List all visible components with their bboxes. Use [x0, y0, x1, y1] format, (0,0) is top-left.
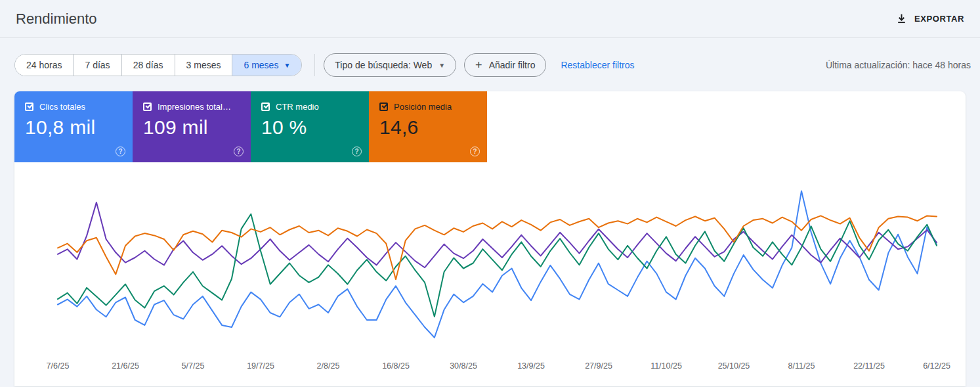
toolbar-divider — [314, 54, 315, 76]
page-title: Rendimiento — [16, 11, 97, 28]
chart-line-ctr-medio — [58, 214, 937, 317]
metric-value: 14,6 — [379, 116, 477, 139]
metric-card-position[interactable]: Posición media 14,6 ? — [369, 91, 487, 162]
performance-panel: Clics totales 10,8 mil ? Impresiones tot… — [14, 91, 966, 386]
metric-head: Impresiones total… — [143, 102, 240, 112]
x-axis-label: 21/6/25 — [112, 361, 139, 371]
performance-chart[interactable]: 7/6/2521/6/255/7/2519/7/252/8/2516/8/253… — [14, 162, 966, 382]
plus-icon: + — [475, 59, 482, 71]
x-axis-label: 19/7/25 — [247, 361, 274, 371]
metric-card-clicks[interactable]: Clics totales 10,8 mil ? — [14, 91, 133, 162]
chart-area: 7/6/2521/6/255/7/2519/7/252/8/2516/8/253… — [14, 162, 966, 382]
export-button[interactable]: EXPORTAR — [889, 8, 971, 30]
x-axis-label: 6/12/25 — [923, 361, 950, 371]
filter-toolbar: 24 horas 7 días 28 días 3 meses 6 meses … — [0, 38, 980, 91]
chevron-down-icon: ▼ — [438, 62, 445, 69]
checkbox-checked-icon[interactable] — [25, 102, 33, 111]
reset-filters-link[interactable]: Restablecer filtros — [561, 60, 634, 70]
range-label: 7 días — [85, 60, 110, 70]
metric-label: Clics totales — [39, 102, 85, 112]
x-axis-label: 16/8/25 — [382, 361, 410, 371]
x-axis-label: 5/7/25 — [182, 361, 205, 371]
range-24-horas[interactable]: 24 horas — [15, 55, 73, 76]
date-range-group: 24 horas 7 días 28 días 3 meses 6 meses … — [14, 54, 302, 76]
help-circle-icon[interactable]: ? — [234, 147, 244, 156]
page-header: Rendimiento EXPORTAR — [0, 0, 980, 38]
x-axis-label: 27/9/25 — [585, 361, 612, 371]
help-circle-icon[interactable]: ? — [470, 147, 480, 156]
checkbox-checked-icon[interactable] — [261, 102, 270, 111]
range-6-meses[interactable]: 6 meses ▼ — [232, 55, 301, 76]
metric-head: Clics totales — [25, 102, 122, 112]
metric-label: Impresiones total… — [158, 102, 231, 112]
metric-card-impressions[interactable]: Impresiones total… 109 mil ? — [133, 91, 251, 162]
x-axis-label: 8/11/25 — [788, 361, 815, 371]
metric-label: Posición media — [394, 102, 452, 112]
range-label: 3 meses — [186, 60, 221, 70]
add-filter-label: Añadir filtro — [489, 60, 536, 70]
x-axis-label: 25/10/25 — [718, 361, 750, 371]
search-type-dropdown[interactable]: Tipo de búsqueda: Web ▼ — [324, 53, 456, 77]
metric-label: CTR medio — [276, 102, 319, 112]
search-type-label: Tipo de búsqueda: Web — [335, 60, 432, 70]
download-icon — [896, 13, 907, 24]
help-circle-icon[interactable]: ? — [352, 147, 362, 156]
x-axis-label: 30/8/25 — [450, 361, 477, 371]
metrics-row: Clics totales 10,8 mil ? Impresiones tot… — [14, 91, 966, 162]
range-7-dias[interactable]: 7 días — [73, 55, 121, 76]
metric-head: Posición media — [379, 102, 477, 112]
range-28-dias[interactable]: 28 días — [121, 55, 175, 76]
metric-value: 10,8 mil — [25, 116, 122, 139]
chevron-down-icon: ▼ — [284, 62, 290, 69]
checkbox-checked-icon[interactable] — [143, 102, 152, 111]
x-axis-label: 13/9/25 — [517, 361, 545, 371]
x-axis-label: 22/11/25 — [853, 361, 885, 371]
x-axis-label: 11/10/25 — [650, 361, 682, 371]
range-label: 24 horas — [26, 60, 62, 70]
metric-card-ctr[interactable]: CTR medio 10 % ? — [251, 91, 369, 162]
metric-value: 10 % — [261, 116, 358, 139]
range-3-meses[interactable]: 3 meses — [175, 55, 232, 76]
export-label: EXPORTAR — [914, 14, 964, 24]
add-filter-button[interactable]: + Añadir filtro — [464, 53, 546, 77]
metric-head: CTR medio — [261, 102, 358, 112]
x-axis-label: 2/8/25 — [317, 361, 340, 371]
help-circle-icon[interactable]: ? — [116, 147, 125, 156]
chart-line-impresiones-totales — [58, 202, 937, 267]
metric-value: 109 mil — [143, 116, 240, 139]
range-label: 6 meses — [244, 60, 278, 70]
last-update-text: Última actualización: hace 48 horas — [826, 60, 971, 70]
range-label: 28 días — [133, 60, 163, 70]
x-axis-label: 7/6/25 — [47, 361, 70, 371]
checkbox-checked-icon[interactable] — [379, 102, 388, 111]
